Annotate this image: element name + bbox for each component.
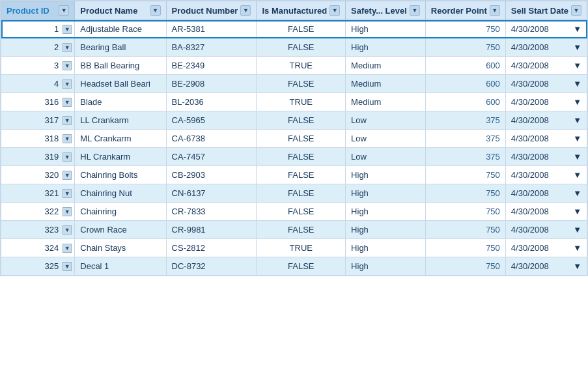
cell-is-manufactured: TRUE — [257, 57, 346, 75]
row-date-expand-btn[interactable]: ▼ — [573, 97, 581, 107]
cell-safety-level: Low — [346, 148, 426, 166]
row-date-expand-btn[interactable]: ▼ — [573, 188, 581, 198]
row-expand-btn[interactable]: ▼ — [63, 262, 72, 271]
col-is-manufactured[interactable]: Is Manufactured ▼ — [257, 1, 346, 20]
col-product-id-filter[interactable]: ▼ — [59, 5, 69, 16]
row-expand-btn[interactable]: ▼ — [63, 152, 72, 162]
table-row[interactable]: 317▼LL CrankarmCA-5965FALSELow3754/30/20… — [1, 111, 587, 130]
table-row[interactable]: 323▼Crown RaceCR-9981FALSEHigh7504/30/20… — [1, 221, 587, 239]
col-reorder-point-filter[interactable]: ▼ — [490, 5, 500, 16]
cell-product-number: AR-5381 — [166, 20, 257, 38]
cell-sell-start-date: 4/30/2008▼ — [505, 184, 587, 203]
col-product-id[interactable]: Product ID ▼ — [1, 1, 75, 20]
row-date-expand-btn[interactable]: ▼ — [573, 79, 581, 89]
col-reorder-point[interactable]: Reorder Point ▼ — [425, 1, 505, 20]
cell-product-name: Chainring Bolts — [75, 166, 166, 184]
cell-safety-level: High — [346, 239, 426, 257]
row-date-expand-btn[interactable]: ▼ — [573, 225, 581, 235]
cell-is-manufactured: FALSE — [257, 111, 346, 130]
cell-is-manufactured: TRUE — [257, 239, 346, 257]
row-expand-btn[interactable]: ▼ — [63, 134, 72, 143]
row-date-expand-btn[interactable]: ▼ — [573, 152, 581, 162]
col-safety-level[interactable]: Safety... Level ▼ — [346, 1, 426, 20]
cell-product-id: 322▼ — [1, 203, 75, 221]
cell-product-id: 325▼ — [1, 257, 75, 276]
table-row[interactable]: 1▼Adjustable RaceAR-5381FALSEHigh7504/30… — [1, 20, 587, 38]
cell-is-manufactured: FALSE — [257, 38, 346, 57]
row-date-expand-btn[interactable]: ▼ — [573, 24, 581, 34]
cell-product-name: BB Ball Bearing — [75, 57, 166, 75]
cell-safety-level: High — [346, 20, 426, 38]
cell-sell-start-date: 4/30/2008▼ — [505, 257, 587, 276]
row-date-expand-btn[interactable]: ▼ — [573, 115, 581, 125]
row-date-expand-btn[interactable]: ▼ — [573, 42, 581, 52]
cell-product-name: Chainring Nut — [75, 184, 166, 203]
cell-product-id: 2▼ — [1, 38, 75, 57]
cell-reorder-point: 750 — [425, 20, 505, 38]
cell-sell-start-date: 4/30/2008▼ — [505, 148, 587, 166]
row-expand-btn[interactable]: ▼ — [63, 225, 72, 235]
table-row[interactable]: 325▼Decal 1DC-8732FALSEHigh7504/30/2008▼ — [1, 257, 587, 276]
row-date-expand-btn[interactable]: ▼ — [573, 61, 581, 70]
row-expand-btn[interactable]: ▼ — [63, 61, 72, 70]
cell-product-number: CB-2903 — [166, 166, 257, 184]
table-row[interactable]: 316▼BladeBL-2036TRUEMedium6004/30/2008▼ — [1, 93, 587, 111]
cell-is-manufactured: FALSE — [257, 203, 346, 221]
table-row[interactable]: 318▼ML CrankarmCA-6738FALSELow3754/30/20… — [1, 130, 587, 148]
cell-reorder-point: 750 — [425, 221, 505, 239]
cell-safety-level: High — [346, 38, 426, 57]
row-date-expand-btn[interactable]: ▼ — [573, 170, 581, 180]
col-safety-level-filter[interactable]: ▼ — [410, 5, 420, 16]
row-date-expand-btn[interactable]: ▼ — [573, 243, 581, 253]
cell-safety-level: High — [346, 203, 426, 221]
row-expand-btn[interactable]: ▼ — [63, 79, 72, 89]
table-row[interactable]: 4▼Headset Ball BeariBE-2908FALSEMedium60… — [1, 75, 587, 93]
cell-safety-level: High — [346, 184, 426, 203]
row-expand-btn[interactable]: ▼ — [63, 43, 72, 52]
col-is-manufactured-filter[interactable]: ▼ — [329, 5, 340, 16]
table-row[interactable]: 324▼Chain StaysCS-2812TRUEHigh7504/30/20… — [1, 239, 587, 257]
cell-product-number: CN-6137 — [166, 184, 257, 203]
col-sell-start-date-filter[interactable]: ▼ — [571, 5, 581, 16]
col-product-number[interactable]: Product Number ▼ — [166, 1, 257, 20]
col-product-name[interactable]: Product Name ▼ — [75, 1, 166, 20]
cell-product-id: 316▼ — [1, 93, 75, 111]
cell-safety-level: High — [346, 257, 426, 276]
cell-is-manufactured: TRUE — [257, 93, 346, 111]
cell-product-number: CA-5965 — [166, 111, 257, 130]
col-sell-start-date[interactable]: Sell Start Date ▼ — [505, 1, 587, 20]
row-expand-btn[interactable]: ▼ — [63, 171, 72, 180]
cell-product-id: 318▼ — [1, 130, 75, 148]
row-expand-btn[interactable]: ▼ — [63, 189, 72, 198]
cell-sell-start-date: 4/30/2008▼ — [505, 93, 587, 111]
table-row[interactable]: 3▼BB Ball BearingBE-2349TRUEMedium6004/3… — [1, 57, 587, 75]
cell-safety-level: High — [346, 221, 426, 239]
row-expand-btn[interactable]: ▼ — [63, 116, 72, 125]
col-product-number-filter[interactable]: ▼ — [240, 5, 251, 16]
row-expand-btn[interactable]: ▼ — [63, 207, 72, 216]
row-date-expand-btn[interactable]: ▼ — [573, 134, 581, 143]
col-product-name-filter[interactable]: ▼ — [150, 5, 161, 16]
row-date-expand-btn[interactable]: ▼ — [573, 261, 581, 271]
table-row[interactable]: 322▼ChainringCR-7833FALSEHigh7504/30/200… — [1, 203, 587, 221]
row-expand-btn[interactable]: ▼ — [63, 25, 72, 34]
row-expand-btn[interactable]: ▼ — [63, 98, 72, 107]
cell-product-name: Chain Stays — [75, 239, 166, 257]
cell-reorder-point: 375 — [425, 111, 505, 130]
cell-safety-level: Medium — [346, 93, 426, 111]
table-row[interactable]: 2▼Bearing BallBA-8327FALSEHigh7504/30/20… — [1, 38, 587, 57]
row-expand-btn[interactable]: ▼ — [63, 244, 72, 253]
table-row[interactable]: 321▼Chainring NutCN-6137FALSEHigh7504/30… — [1, 184, 587, 203]
cell-product-name: Adjustable Race — [75, 20, 166, 38]
cell-product-id: 4▼ — [1, 75, 75, 93]
row-date-expand-btn[interactable]: ▼ — [573, 207, 581, 216]
table-row[interactable]: 319▼HL CrankarmCA-7457FALSELow3754/30/20… — [1, 148, 587, 166]
cell-is-manufactured: FALSE — [257, 20, 346, 38]
cell-is-manufactured: FALSE — [257, 166, 346, 184]
cell-sell-start-date: 4/30/2008▼ — [505, 75, 587, 93]
table-row[interactable]: 320▼Chainring BoltsCB-2903FALSEHigh7504/… — [1, 166, 587, 184]
cell-is-manufactured: FALSE — [257, 148, 346, 166]
cell-reorder-point: 375 — [425, 148, 505, 166]
cell-sell-start-date: 4/30/2008▼ — [505, 130, 587, 148]
cell-reorder-point: 600 — [425, 93, 505, 111]
